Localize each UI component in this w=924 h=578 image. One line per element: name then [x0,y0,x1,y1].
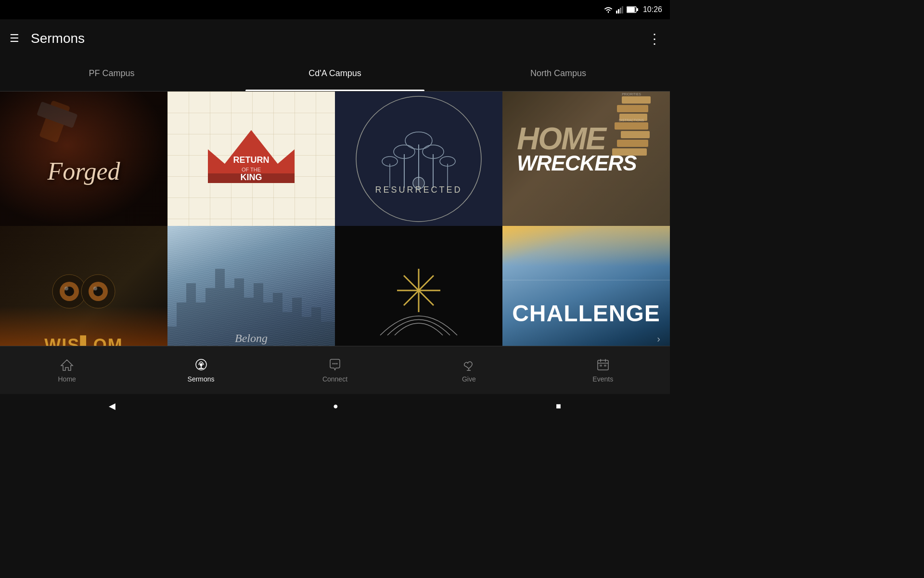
sermon-star[interactable] [335,226,502,360]
svg-point-42 [64,287,68,290]
svg-rect-0 [616,11,617,13]
sunset-glow [502,226,670,266]
status-icons: 10:26 [603,5,662,14]
menu-button[interactable]: ☰ [10,33,19,44]
sermon-grid: Forged RETURN OF THE KING [0,92,670,360]
signal-icon [616,6,624,13]
connect-icon [328,358,342,373]
svg-text:PRIORITIES: PRIORITIES [622,92,641,96]
svg-point-54 [334,363,335,364]
home-button[interactable]: ● [323,397,348,415]
svg-rect-6 [637,8,638,11]
nav-events[interactable]: Events [579,358,627,383]
svg-rect-3 [622,6,623,13]
page-title: Sermons [31,31,648,46]
nav-home[interactable]: Home [43,358,91,383]
arch-lines [375,302,462,340]
svg-rect-5 [627,7,635,12]
wifi-icon [603,6,613,13]
sermon-challenge[interactable]: CHALLENGE › [502,226,670,360]
nav-connect-label: Connect [322,375,347,383]
svg-rect-63 [604,365,606,367]
svg-text:DISTRACTIONS: DISTRACTIONS [619,118,644,122]
tab-north-campus[interactable]: North Campus [447,58,670,91]
tab-cda-campus[interactable]: Cd'A Campus [223,58,447,91]
resurrected-circle-container: RESURRECTED [335,92,502,226]
nav-events-label: Events [592,375,613,383]
nav-sermons[interactable]: Sermons [177,358,225,383]
nav-sermons-label: Sermons [188,375,215,383]
svg-rect-1 [618,9,619,13]
sermons-icon [194,358,208,373]
recent-button[interactable]: ■ [546,397,571,415]
sermon-resurrected[interactable]: RESURRECTED [335,92,502,226]
svg-point-43 [93,287,97,290]
sermon-wisdom[interactable]: WIS▌OM [0,226,167,360]
challenge-arrow: › [657,333,660,344]
homewreckers-title: HOME WRECKERS [502,125,670,174]
svg-rect-62 [600,365,602,367]
svg-text:RETURN: RETURN [233,155,270,165]
nav-give[interactable]: Give [445,358,493,383]
horizon-line [502,280,670,280]
nav-home-label: Home [58,375,76,383]
app-bar: ☰ Sermons ⋮ [0,19,670,58]
svg-rect-2 [620,8,621,13]
svg-text:KING: KING [241,172,262,182]
resurrected-image: RESURRECTED [351,92,486,226]
crown-image: RETURN OF THE KING [198,120,304,197]
sermon-return[interactable]: RETURN OF THE KING [167,92,335,226]
svg-point-53 [332,363,334,364]
forged-title: Forged [0,157,167,185]
tab-north-label: North Campus [530,68,586,79]
nav-connect[interactable]: Connect [311,358,359,383]
battery-icon [627,6,638,13]
system-nav-bar: ◀ ● ■ [0,394,670,418]
nav-give-label: Give [462,375,476,383]
home-icon [60,358,74,373]
give-icon [462,358,475,373]
svg-text:Belong: Belong [235,332,268,344]
time-display: 10:26 [643,5,662,14]
sermon-forged[interactable]: Forged [0,92,167,226]
svg-text:RESURRECTED: RESURRECTED [375,185,462,195]
bottom-nav: Home Sermons Connect [0,346,670,394]
events-icon [596,358,610,373]
status-bar: 10:26 [0,0,670,19]
challenge-title: CHALLENGE [502,300,670,327]
svg-point-55 [336,363,337,364]
sermon-homewreckers[interactable]: PRIORITIES DISTRACTIONS HOME WRECKERS [502,92,670,226]
worship-subtitle: Belong [203,331,299,346]
tab-pf-campus[interactable]: PF Campus [0,58,223,91]
sermon-worship[interactable]: WORSHIP TO Belong [167,226,335,360]
svg-text:OF THE: OF THE [242,167,261,172]
back-button[interactable]: ◀ [99,397,125,415]
tab-bar: PF Campus Cd'A Campus North Campus [0,58,670,92]
svg-rect-58 [598,360,608,370]
more-options-button[interactable]: ⋮ [648,31,660,47]
svg-rect-28 [617,105,648,112]
tab-pf-label: PF Campus [89,68,134,79]
svg-rect-27 [622,96,651,104]
tab-cda-label: Cd'A Campus [308,68,361,79]
